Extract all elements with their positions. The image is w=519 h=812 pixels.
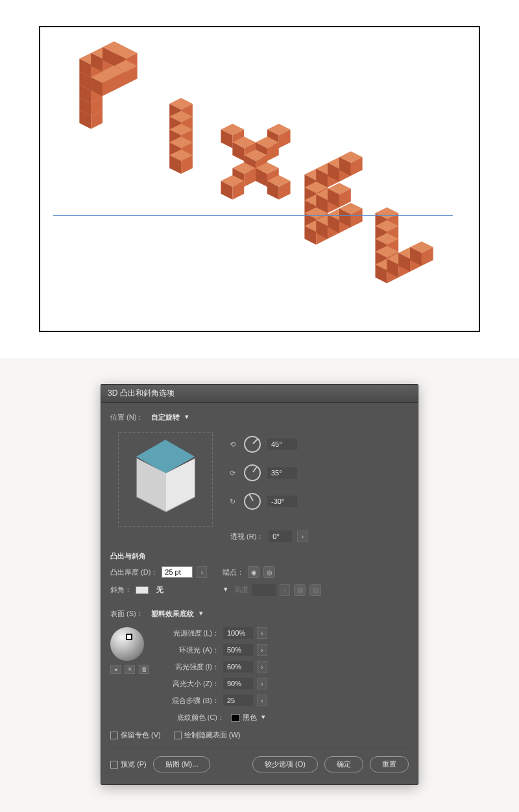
ok-button[interactable]: 确定 [324,756,363,772]
extrude-section-title: 凸出与斜角 [110,551,409,561]
light-intensity-stepper[interactable]: › [257,627,267,639]
bevel-label: 斜角： [110,585,132,595]
map-art-button[interactable]: 贴图 (M)... [153,756,211,772]
surface-select[interactable]: 塑料效果底纹 [147,607,206,621]
angle-z-dial[interactable] [244,493,261,510]
bevel-select[interactable]: 无 [152,583,230,597]
shade-color-label: 底纹颜色 (C)： [166,713,224,722]
light-delete-icon[interactable]: 🗑 [139,665,149,674]
blend-steps-stepper[interactable]: › [257,695,267,706]
light-back-icon[interactable]: ◂ [110,665,121,674]
draw-hidden-checkbox[interactable]: 绘制隐藏表面 (W) [174,730,241,740]
pixel-isometric-text [40,27,479,331]
axis-x-icon: ⟲ [227,439,237,449]
cap-on-icon[interactable]: ◉ [248,566,260,578]
cap-label: 端点： [223,567,244,577]
bevel-height-stepper: › [280,584,290,596]
bevel-in-icon: ▦ [294,584,306,596]
black-swatch-icon [231,714,240,722]
axis-z-icon: ↻ [227,496,237,507]
preview-area [0,0,519,358]
dialog-titlebar[interactable]: 3D 凸出和斜角选项 [101,385,418,403]
extrude-bevel-dialog: 3D 凸出和斜角选项 位置 (N)： 自定旋转 ⟲ [101,384,418,785]
bevel-out-icon: ▧ [309,584,321,596]
highlight-size-label: 高光大小 (Z)： [161,679,219,689]
ambient-stepper[interactable]: › [257,644,267,656]
blend-steps-input[interactable] [223,695,253,706]
perspective-label: 透视 (R)： [230,532,263,542]
ambient-label: 环境光 (A)： [161,645,219,655]
highlight-intensity-stepper[interactable]: › [257,661,267,673]
highlight-intensity-input[interactable] [223,661,253,673]
preserve-spot-checkbox[interactable]: 保留专色 (V) [110,730,161,740]
shade-color-select[interactable]: 黑色 [228,711,267,724]
surface-label: 表面 (S)： [110,609,143,619]
angle-y-dial[interactable] [244,464,261,481]
cap-off-icon[interactable]: ◎ [263,566,275,578]
highlight-size-stepper[interactable]: › [257,678,267,689]
depth-input[interactable] [162,566,193,578]
dialog-title: 3D 凸出和斜角选项 [108,388,175,398]
rotation-cube-preview[interactable] [123,437,208,521]
position-select[interactable]: 自定旋转 [147,411,191,424]
reset-button[interactable]: 重置 [370,756,409,772]
blend-steps-label: 混合步骤 (B)： [161,696,219,706]
bevel-height-label: 高度 [234,585,248,595]
bevel-swatch [136,586,149,594]
ambient-input[interactable] [223,644,253,656]
preview-checkbox[interactable]: 预览 (P) [110,759,147,769]
angle-y-input[interactable] [267,467,297,479]
axis-y-icon: ⟳ [227,468,237,478]
position-label: 位置 (N)： [110,412,143,422]
horizontal-guide [53,215,453,216]
fewer-options-button[interactable]: 较少选项 (O) [252,756,318,772]
light-handle[interactable] [126,634,132,640]
artboard [39,26,480,332]
bevel-height-input [252,584,276,596]
light-sphere[interactable] [110,627,144,661]
highlight-intensity-label: 高光强度 (I)： [161,662,219,672]
highlight-size-input[interactable] [223,678,253,689]
light-intensity-input[interactable] [223,627,253,639]
depth-stepper[interactable]: › [197,566,207,578]
depth-label: 凸出厚度 (D)： [110,567,158,577]
angle-z-input[interactable] [267,496,297,507]
perspective-input[interactable] [269,531,292,542]
light-intensity-label: 光源强度 (L)： [161,628,219,638]
angle-x-input[interactable] [267,438,297,450]
perspective-stepper[interactable]: › [297,531,308,542]
angle-x-dial[interactable] [244,436,261,453]
dialog-backdrop: 3D 凸出和斜角选项 位置 (N)： 自定旋转 ⟲ [0,358,519,812]
light-new-icon[interactable]: ☀ [125,665,135,674]
